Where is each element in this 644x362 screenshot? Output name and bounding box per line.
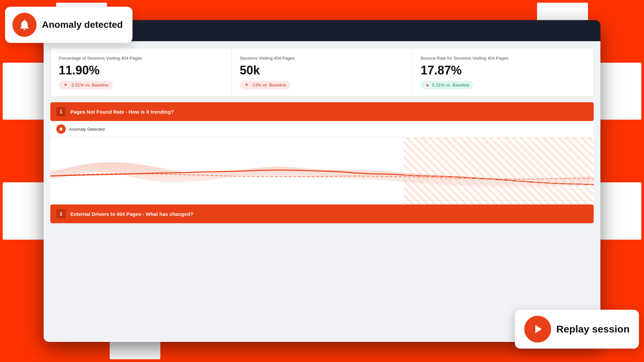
stat-value-2: 50k [240, 63, 405, 77]
chart-area-fill [50, 162, 594, 187]
anomaly-notification-icon [12, 13, 37, 37]
trend-chart [50, 137, 594, 204]
dashboard-card: 404 Pages Percentage of Sessions Visitin… [44, 20, 600, 342]
stat-badge-2: 🔻 -13% vs. Baseline [240, 81, 290, 89]
play-icon [531, 322, 545, 336]
chart-area: Anomaly Detected [50, 121, 594, 204]
stat-badge-3: 🔺 5.31% vs. Baseline [421, 81, 473, 89]
stat-card-sessions-percentage: Percentage of Sessions Visiting 404 Page… [51, 48, 232, 97]
stat-label-2: Sessions Visiting 404 Pages [240, 56, 405, 61]
stat-card-bounce-rate: Bounce Rate for Sessions Visiting 404 Pa… [413, 48, 593, 97]
dashboard-content: Percentage of Sessions Visiting 404 Page… [44, 41, 600, 342]
section-number-2: 2 [56, 209, 66, 219]
anomaly-notification-title: Anomaly detected [42, 19, 123, 30]
chart-container [50, 137, 594, 204]
stat-value-1: 11.90% [59, 63, 223, 77]
stat-value-3: 17.87% [421, 63, 585, 77]
bell-icon [18, 18, 31, 31]
stats-row: Percentage of Sessions Visiting 404 Page… [50, 48, 594, 97]
stat-badge-text-2: -13% vs. Baseline [251, 82, 286, 87]
section-title-1: Pages Not Found Rate - How is it trendin… [70, 109, 174, 115]
anomaly-notification[interactable]: Anomaly detected [5, 7, 132, 43]
section-row-2: 2 External Drivers to 404 Pages - What h… [50, 204, 594, 223]
stat-badge-1: 🔻 -2.01% vs. Baseline [59, 81, 113, 89]
anomaly-banner: Anomaly Detected [50, 121, 594, 137]
replay-notification-title: Replay session [556, 323, 630, 335]
arrow-down-icon-2: 🔻 [244, 82, 249, 87]
replay-notification[interactable]: Replay session [515, 310, 639, 349]
stat-label-1: Percentage of Sessions Visiting 404 Page… [59, 56, 223, 61]
anomaly-label: Anomaly Detected [69, 127, 105, 132]
replay-notification-icon [524, 316, 551, 343]
arrow-down-icon: 🔻 [63, 82, 68, 87]
section-number-1: 1 [56, 107, 66, 116]
stat-badge-text-1: -2.01% vs. Baseline [70, 82, 109, 87]
stat-card-sessions-count: Sessions Visiting 404 Pages 50k 🔻 -13% v… [232, 48, 413, 97]
stat-label-3: Bounce Rate for Sessions Visiting 404 Pa… [421, 56, 585, 61]
arrow-up-icon: 🔺 [425, 82, 430, 87]
anomaly-bell-icon [56, 124, 66, 134]
section-row-1: 1 Pages Not Found Rate - How is it trend… [50, 102, 594, 121]
stat-badge-text-3: 5.31% vs. Baseline [432, 82, 469, 87]
section-title-2: External Drivers to 404 Pages - What has… [70, 211, 193, 217]
